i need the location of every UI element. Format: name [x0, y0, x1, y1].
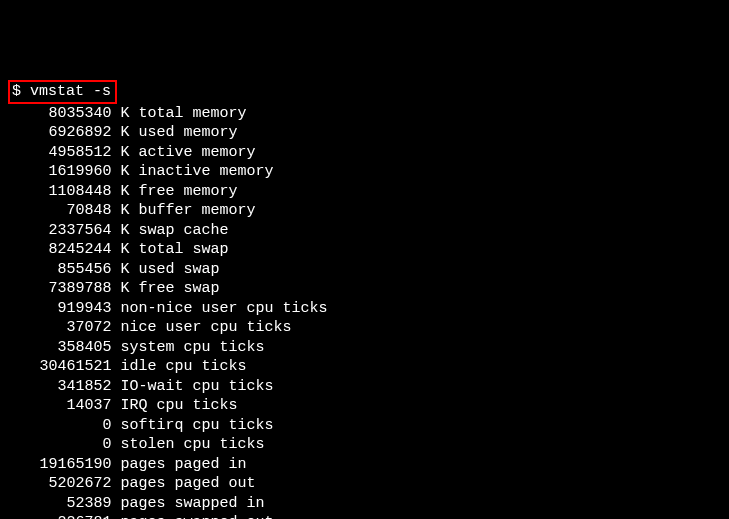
stat-value: 2337564: [22, 221, 112, 241]
stat-value: 8245244: [22, 240, 112, 260]
stat-value: 226781: [22, 513, 112, 519]
stat-label: K used memory: [112, 123, 238, 143]
shell-prompt: $: [12, 83, 21, 100]
stat-label: system cpu ticks: [112, 338, 265, 358]
stat-label: IRQ cpu ticks: [112, 396, 238, 416]
stat-label: K active memory: [112, 143, 256, 163]
stat-row: 358405system cpu ticks: [8, 338, 721, 358]
stat-value: 4958512: [22, 143, 112, 163]
stat-label: pages swapped out: [112, 513, 274, 519]
stat-value: 1619960: [22, 162, 112, 182]
stat-row: 30461521idle cpu ticks: [8, 357, 721, 377]
stat-row: 0stolen cpu ticks: [8, 435, 721, 455]
stat-label: K free swap: [112, 279, 220, 299]
stat-value: 8035340: [22, 104, 112, 124]
stat-value: 7389788: [22, 279, 112, 299]
stat-value: 6926892: [22, 123, 112, 143]
stat-value: 5202672: [22, 474, 112, 494]
stat-value: 30461521: [22, 357, 112, 377]
stat-row: 70848K buffer memory: [8, 201, 721, 221]
stat-label: nice user cpu ticks: [112, 318, 292, 338]
stat-label: pages swapped in: [112, 494, 265, 514]
stat-row: 8245244K total swap: [8, 240, 721, 260]
stat-label: stolen cpu ticks: [112, 435, 265, 455]
stat-row: 52389pages swapped in: [8, 494, 721, 514]
stat-row: 37072nice user cpu ticks: [8, 318, 721, 338]
stat-label: idle cpu ticks: [112, 357, 247, 377]
vmstat-output: 8035340K total memory6926892K used memor…: [8, 104, 721, 520]
stat-row: 6926892K used memory: [8, 123, 721, 143]
command-highlight: $ vmstat -s: [8, 80, 117, 104]
stat-label: K buffer memory: [112, 201, 256, 221]
stat-label: K inactive memory: [112, 162, 274, 182]
stat-label: softirq cpu ticks: [112, 416, 274, 436]
stat-value: 52389: [22, 494, 112, 514]
command-text: vmstat -s: [30, 83, 111, 100]
stat-label: K total memory: [112, 104, 247, 124]
stat-value: 341852: [22, 377, 112, 397]
stat-label: IO-wait cpu ticks: [112, 377, 274, 397]
stat-value: 358405: [22, 338, 112, 358]
stat-row: 2337564K swap cache: [8, 221, 721, 241]
stat-value: 1108448: [22, 182, 112, 202]
stat-value: 14037: [22, 396, 112, 416]
stat-row: 19165190pages paged in: [8, 455, 721, 475]
stat-label: K swap cache: [112, 221, 229, 241]
stat-row: 226781pages swapped out: [8, 513, 721, 519]
stat-value: 919943: [22, 299, 112, 319]
prompt-line: $ vmstat -s: [8, 80, 117, 104]
stat-value: 855456: [22, 260, 112, 280]
stat-row: 5202672pages paged out: [8, 474, 721, 494]
stat-label: pages paged out: [112, 474, 256, 494]
stat-row: 14037IRQ cpu ticks: [8, 396, 721, 416]
stat-row: 341852IO-wait cpu ticks: [8, 377, 721, 397]
stat-value: 19165190: [22, 455, 112, 475]
stat-label: pages paged in: [112, 455, 247, 475]
stat-row: 919943non-nice user cpu ticks: [8, 299, 721, 319]
stat-value: 70848: [22, 201, 112, 221]
stat-row: 1108448K free memory: [8, 182, 721, 202]
stat-row: 855456K used swap: [8, 260, 721, 280]
stat-row: 1619960K inactive memory: [8, 162, 721, 182]
stat-value: 37072: [22, 318, 112, 338]
stat-value: 0: [22, 416, 112, 436]
stat-row: 0softirq cpu ticks: [8, 416, 721, 436]
stat-row: 8035340K total memory: [8, 104, 721, 124]
terminal[interactable]: $ vmstat -s 8035340K total memory6926892…: [8, 80, 721, 519]
stat-row: 4958512K active memory: [8, 143, 721, 163]
stat-row: 7389788K free swap: [8, 279, 721, 299]
stat-value: 0: [22, 435, 112, 455]
stat-label: non-nice user cpu ticks: [112, 299, 328, 319]
stat-label: K free memory: [112, 182, 238, 202]
stat-label: K used swap: [112, 260, 220, 280]
stat-label: K total swap: [112, 240, 229, 260]
